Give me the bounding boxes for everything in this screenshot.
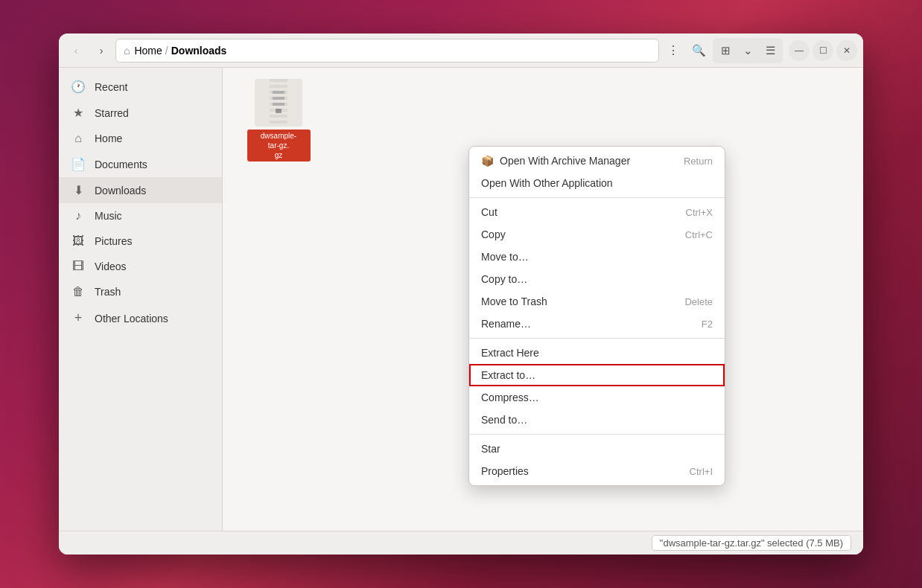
ctx-cut-label: Cut [481,206,497,218]
sort-button[interactable]: ⌄ [737,39,759,62]
file-item-archive[interactable]: dwsample-tar-gz.gz [245,79,312,162]
breadcrumb: ⌂ Home / Downloads [115,39,659,63]
sidebar-item-music[interactable]: ♪ Music [59,203,222,229]
music-icon: ♪ [71,209,86,223]
list-view-button[interactable]: ☰ [759,39,781,62]
ctx-separator-1 [469,197,725,198]
ctx-send-to-left: Send to… [481,414,527,426]
ctx-send-to[interactable]: Send to… [469,409,725,431]
back-icon: ‹ [74,45,78,57]
home-icon: ⌂ [124,45,130,57]
breadcrumb-current: Downloads [171,45,227,57]
sort-icon: ⌄ [743,44,753,57]
file-label: dwsample-tar-gz.gz [247,130,311,162]
ctx-open-archive[interactable]: 📦 Open With Archive Manager Return [469,150,725,172]
sidebar-item-starred[interactable]: ★ Starred [59,100,222,126]
ctx-extract-to[interactable]: Extract to… [469,364,725,386]
ctx-extract-here[interactable]: Extract Here [469,342,725,364]
archive-icon [255,79,302,127]
sidebar-label-other: Other Locations [95,313,168,325]
search-button[interactable]: 🔍 [687,39,710,62]
sidebar-item-recent[interactable]: 🕐 Recent [59,74,222,100]
sidebar: 🕐 Recent ★ Starred ⌂ Home 📄 Documents ⬇ … [59,68,223,531]
ctx-cut-shortcut: Ctrl+X [686,207,713,218]
ctx-rename[interactable]: Rename… F2 [469,313,725,335]
ctx-move-trash[interactable]: Move to Trash Delete [469,290,725,313]
ctx-move-to[interactable]: Move to… [469,246,725,268]
ctx-extract-to-label: Extract to… [481,369,535,381]
ctx-copy-label: Copy [481,229,506,240]
pictures-icon: 🖼 [71,234,86,248]
ctx-copy-to[interactable]: Copy to… [469,268,725,290]
sidebar-item-pictures[interactable]: 🖼 Pictures [59,229,222,254]
sidebar-label-documents: Documents [95,159,147,170]
sidebar-item-documents[interactable]: 📄 Documents [59,151,222,177]
ctx-move-trash-left: Move to Trash [481,295,547,307]
other-locations-icon: + [71,310,86,326]
sidebar-label-starred: Starred [95,107,129,119]
ctx-open-archive-left: 📦 Open With Archive Manager [481,155,630,167]
sidebar-item-home[interactable]: ⌂ Home [59,126,222,151]
ctx-open-archive-label: Open With Archive Manager [500,155,630,167]
home-sidebar-icon: ⌂ [71,132,86,145]
grid-view-button[interactable]: ⊞ [714,39,737,62]
ctx-rename-left: Rename… [481,318,531,330]
forward-button[interactable]: › [90,39,112,62]
menu-icon: ⋮ [667,43,679,57]
search-icon: 🔍 [692,44,706,57]
ctx-copy[interactable]: Copy Ctrl+C [469,223,725,246]
ctx-move-to-left: Move to… [481,251,529,263]
ctx-rename-label: Rename… [481,318,531,330]
archive-strip [270,79,287,127]
ctx-open-archive-shortcut: Return [684,156,713,167]
sidebar-item-trash[interactable]: 🗑 Trash [59,279,222,304]
ctx-copy-shortcut: Ctrl+C [685,229,713,240]
ctx-copy-to-left: Copy to… [481,273,527,285]
downloads-icon: ⬇ [71,183,86,197]
ctx-properties[interactable]: Properties Ctrl+I [469,460,725,482]
videos-icon: 🎞 [71,260,86,273]
minimize-button[interactable]: — [789,40,810,61]
ctx-extract-here-left: Extract Here [481,347,539,359]
documents-icon: 📄 [71,157,86,171]
ctx-cut[interactable]: Cut Ctrl+X [469,201,725,223]
close-button[interactable]: ✕ [836,40,857,61]
sidebar-label-downloads: Downloads [95,185,146,196]
sidebar-item-videos[interactable]: 🎞 Videos [59,254,222,279]
menu-button[interactable]: ⋮ [662,39,684,62]
ctx-compress[interactable]: Compress… [469,386,725,409]
forward-icon: › [100,45,104,57]
sidebar-item-other-locations[interactable]: + Other Locations [59,304,222,332]
ctx-move-to-label: Move to… [481,251,529,263]
ctx-cut-left: Cut [481,206,497,218]
ctx-properties-shortcut: Ctrl+I [690,466,713,477]
titlebar: ‹ › ⌂ Home / Downloads ⋮ 🔍 ⊞ ⌄ ☰ [59,33,863,68]
window-controls: — ☐ ✕ [789,40,857,61]
trash-icon: 🗑 [71,285,86,298]
grid-icon: ⊞ [721,44,731,57]
sidebar-label-videos: Videos [95,261,127,272]
ctx-extract-to-left: Extract to… [481,369,535,381]
sidebar-item-downloads[interactable]: ⬇ Downloads [59,177,222,203]
sidebar-label-trash: Trash [95,286,121,298]
ctx-open-other-left: Open With Other Application [481,177,613,189]
sidebar-label-home: Home [95,132,122,144]
ctx-extract-here-label: Extract Here [481,347,539,359]
statusbar: "dwsample-tar-gz.tar.gz" selected (7.5 M… [59,531,863,555]
back-button[interactable]: ‹ [65,39,87,62]
file-manager-window: ‹ › ⌂ Home / Downloads ⋮ 🔍 ⊞ ⌄ ☰ [59,33,863,555]
ctx-open-other[interactable]: Open With Other Application [469,172,725,194]
ctx-compress-label: Compress… [481,392,539,403]
context-menu: 📦 Open With Archive Manager Return Open … [468,146,725,486]
ctx-star[interactable]: Star [469,438,725,460]
breadcrumb-home[interactable]: Home [134,45,162,57]
ctx-star-left: Star [481,443,500,455]
ctx-separator-3 [469,434,725,435]
starred-icon: ★ [71,106,86,120]
ctx-properties-label: Properties [481,465,529,477]
recent-icon: 🕐 [71,80,86,94]
ctx-separator-2 [469,338,725,339]
maximize-button[interactable]: ☐ [813,40,833,61]
sidebar-label-recent: Recent [95,81,127,93]
file-area[interactable]: dwsample-tar-gz.gz 📦 Open With Archive M… [223,68,863,531]
